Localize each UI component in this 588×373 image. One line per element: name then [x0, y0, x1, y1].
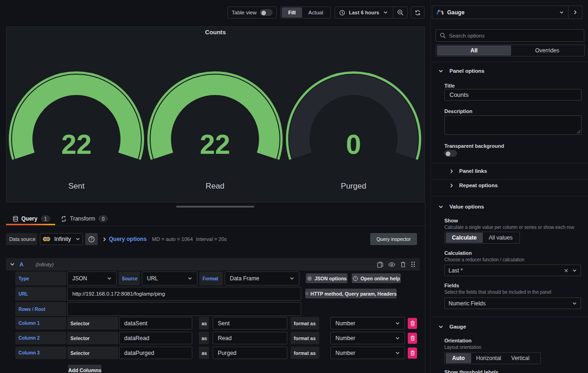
svg-text:?: ? [354, 277, 356, 280]
svg-text:?: ? [90, 237, 93, 241]
